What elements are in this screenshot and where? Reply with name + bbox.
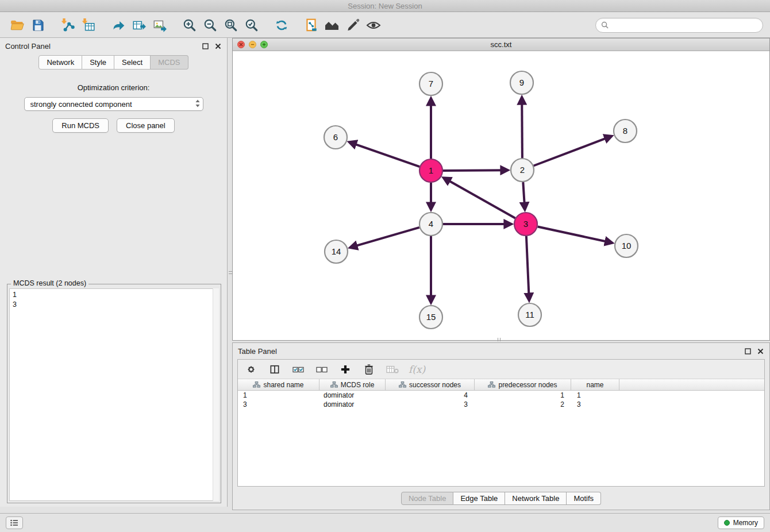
mcds-result-textarea[interactable]: 1 3 bbox=[9, 288, 219, 501]
delete-column-button[interactable] bbox=[361, 362, 376, 377]
tab-mcds[interactable]: MCDS bbox=[151, 55, 188, 70]
network-window-titlebar[interactable]: scc.txt bbox=[233, 38, 769, 51]
table-settings-button[interactable] bbox=[244, 362, 259, 377]
tab-motifs[interactable]: Motifs bbox=[567, 492, 601, 505]
paint-brush-icon bbox=[345, 18, 360, 33]
node-7[interactable]: 7 bbox=[419, 72, 442, 95]
tab-network-table[interactable]: Network Table bbox=[505, 492, 567, 505]
style-brush-button[interactable] bbox=[342, 15, 363, 36]
close-icon bbox=[215, 43, 221, 49]
close-panel-button[interactable] bbox=[214, 43, 222, 50]
column-header-successor-nodes[interactable]: successor nodes bbox=[386, 379, 475, 390]
export-table-button[interactable] bbox=[129, 15, 149, 36]
node-8[interactable]: 8 bbox=[614, 119, 637, 142]
mcds-result-group: MCDS result (2 nodes) 1 3 bbox=[7, 284, 221, 503]
close-icon bbox=[757, 348, 764, 354]
edge-3-10[interactable] bbox=[538, 227, 612, 243]
result-scrollbar[interactable] bbox=[213, 288, 219, 501]
network-view-window: scc.txt 7968124314101511 bbox=[232, 38, 770, 341]
memory-button[interactable]: Memory bbox=[718, 516, 764, 529]
splitter-handle-horizontal[interactable] bbox=[494, 338, 503, 341]
column-header-mcds-role[interactable]: MCDS role bbox=[319, 379, 386, 390]
search-input[interactable] bbox=[611, 21, 757, 29]
trash-icon bbox=[364, 364, 374, 375]
node-1[interactable]: 1 bbox=[419, 159, 442, 182]
column-header-name[interactable]: name bbox=[571, 379, 619, 390]
tab-network[interactable]: Network bbox=[38, 55, 82, 70]
node-14[interactable]: 14 bbox=[325, 240, 348, 263]
run-mcds-button[interactable]: Run MCDS bbox=[52, 118, 109, 133]
deselect-all-rows-button[interactable] bbox=[314, 362, 329, 377]
node-9[interactable]: 9 bbox=[510, 71, 533, 94]
edge-4-14[interactable] bbox=[351, 228, 419, 248]
node-label: 14 bbox=[332, 246, 341, 256]
close-table-panel-button[interactable] bbox=[757, 348, 764, 355]
network-window-title: scc.txt bbox=[491, 40, 512, 49]
node-2[interactable]: 2 bbox=[511, 159, 534, 182]
edge-2-3[interactable] bbox=[523, 182, 525, 209]
node-label: 10 bbox=[622, 241, 632, 250]
control-panel-tabs: Network Style Select MCDS bbox=[0, 55, 227, 70]
maximize-window-button[interactable] bbox=[260, 41, 268, 48]
close-window-button[interactable] bbox=[237, 41, 245, 48]
import-table-button[interactable] bbox=[78, 15, 99, 36]
node-4[interactable]: 4 bbox=[419, 213, 442, 236]
edge-1-2[interactable] bbox=[443, 170, 507, 171]
show-column-button[interactable] bbox=[267, 362, 282, 377]
float-panel-button[interactable] bbox=[202, 43, 209, 50]
table-row[interactable]: 1 dominator 4 1 1 bbox=[238, 391, 764, 400]
delete-table-button[interactable] bbox=[385, 362, 400, 377]
node-6[interactable]: 6 bbox=[324, 126, 347, 149]
control-panel-title: Control Panel bbox=[5, 42, 51, 51]
export-image-button[interactable] bbox=[149, 15, 170, 36]
node-label: 1 bbox=[429, 165, 433, 175]
open-folder-icon bbox=[10, 18, 25, 33]
tab-node-table[interactable]: Node Table bbox=[401, 492, 454, 505]
plus-icon bbox=[340, 364, 351, 375]
edge-2-8[interactable] bbox=[534, 136, 611, 165]
close-mcds-panel-button[interactable]: Close panel bbox=[117, 118, 175, 133]
node-3[interactable]: 3 bbox=[514, 213, 537, 236]
home-button[interactable] bbox=[322, 15, 342, 36]
global-search-field[interactable] bbox=[595, 18, 763, 33]
splitter-handle-vertical[interactable] bbox=[229, 268, 232, 277]
edge-1-6[interactable] bbox=[350, 142, 420, 167]
select-all-rows-button[interactable] bbox=[291, 362, 306, 377]
function-builder-button[interactable]: f(x) bbox=[409, 362, 425, 377]
column-header-predecessor-nodes[interactable]: predecessor nodes bbox=[475, 379, 571, 390]
node-10[interactable]: 10 bbox=[615, 234, 638, 257]
open-session-button[interactable] bbox=[7, 15, 28, 36]
tab-select[interactable]: Select bbox=[114, 55, 151, 70]
tab-style[interactable]: Style bbox=[82, 55, 114, 70]
table-panel: Table Panel bbox=[232, 342, 770, 510]
node-label: 2 bbox=[520, 165, 525, 175]
column-header-shared-name[interactable]: shared name bbox=[238, 379, 319, 390]
task-history-button[interactable] bbox=[6, 516, 23, 529]
zoom-fit-button[interactable] bbox=[221, 15, 241, 36]
export-image-icon bbox=[152, 18, 167, 33]
network-canvas[interactable]: 7968124314101511 bbox=[233, 51, 769, 340]
float-table-panel-button[interactable] bbox=[744, 348, 752, 355]
new-network-from-selection-button[interactable] bbox=[301, 15, 322, 36]
window-titlebar[interactable]: Session: New Session bbox=[0, 0, 770, 12]
zoom-selected-button[interactable] bbox=[241, 15, 262, 36]
edge-3-1[interactable] bbox=[444, 178, 515, 218]
save-session-button[interactable] bbox=[28, 15, 48, 36]
import-network-button[interactable] bbox=[57, 15, 78, 36]
create-column-button[interactable] bbox=[338, 362, 353, 377]
optimization-criterion-select[interactable]: strongly connected component bbox=[24, 97, 203, 111]
gear-icon bbox=[245, 364, 257, 375]
edge-3-11[interactable] bbox=[526, 236, 529, 300]
export-network-button[interactable] bbox=[108, 15, 129, 36]
table-row[interactable]: 3 dominator 3 2 3 bbox=[238, 400, 764, 409]
node-15[interactable]: 15 bbox=[419, 306, 442, 329]
edge-2-9[interactable] bbox=[522, 98, 522, 158]
cell-mcds-role: dominator bbox=[319, 400, 386, 408]
minimize-window-button[interactable] bbox=[249, 41, 256, 48]
zoom-in-button[interactable] bbox=[179, 15, 200, 36]
apply-layout-button[interactable] bbox=[271, 15, 292, 36]
zoom-out-button[interactable] bbox=[200, 15, 221, 36]
show-graphics-details-button[interactable] bbox=[363, 15, 384, 36]
tab-edge-table[interactable]: Edge Table bbox=[453, 492, 505, 505]
node-11[interactable]: 11 bbox=[518, 303, 541, 326]
